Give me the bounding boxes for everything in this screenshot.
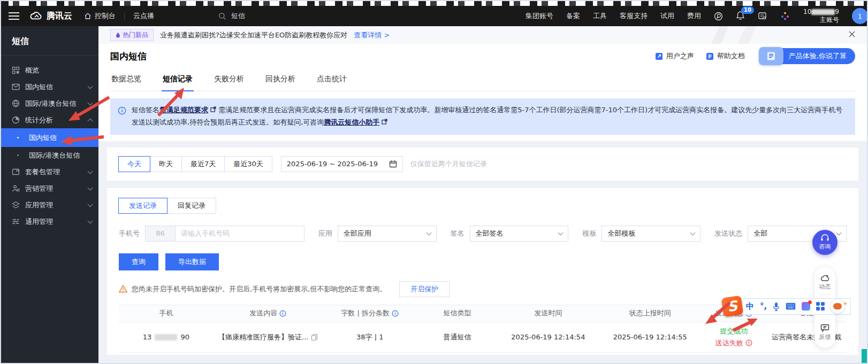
sidebar-item-stats-domestic[interactable]: 国内短信 xyxy=(1,128,98,147)
account-id-suffix: 9 xyxy=(835,8,839,16)
table-row[interactable]: 13290 【痛康精准医疗服务】您的... 37字 | 1 普通短信 2025-… xyxy=(119,352,847,355)
error-icon[interactable] xyxy=(745,339,752,346)
product-link-vod[interactable]: 云点播 xyxy=(133,11,154,21)
sidebar-item-general[interactable]: 通用管理 xyxy=(1,213,98,230)
app-select[interactable]: 全部应用 xyxy=(338,226,437,242)
ime-punctuation-toggle[interactable]: °, xyxy=(760,301,767,311)
info-icon[interactable] xyxy=(279,310,286,317)
tab-receipt-analysis[interactable]: 回执分析 xyxy=(264,68,296,91)
retention-hint: 仅保留近两个月短信记录 xyxy=(410,159,487,169)
orders-icon[interactable] xyxy=(758,12,767,20)
hamburger-menu-icon[interactable] xyxy=(9,12,19,20)
export-data-button[interactable]: 导出数据 xyxy=(165,253,219,270)
user-avatar[interactable]: 1 xyxy=(852,8,868,24)
tab-data-overview[interactable]: 数据总览 xyxy=(110,68,142,91)
menu-tools[interactable]: 工具 xyxy=(593,11,607,21)
menu-billing[interactable]: 费用 xyxy=(687,11,701,21)
menu-icp[interactable]: 备案 xyxy=(566,11,580,21)
tab-send-records[interactable]: 发送记录 xyxy=(118,198,167,214)
signature-spec-link[interactable]: 需满足规范要求 xyxy=(159,106,208,114)
bullet-dot xyxy=(17,137,19,138)
quick-date-7days[interactable]: 最近7天 xyxy=(181,156,225,172)
tab-sms-records[interactable]: 短信记录 xyxy=(162,68,194,91)
sidebar-item-domestic-sms[interactable]: 国内短信 xyxy=(1,79,98,95)
tab-click-stats[interactable]: 点击统计 xyxy=(316,68,348,91)
sparkle-assistant-icon[interactable] xyxy=(780,11,790,21)
mail-icon xyxy=(12,83,20,90)
quick-date-yesterday[interactable]: 昨天 xyxy=(150,156,182,172)
promo-details-link[interactable]: 查看详情 > xyxy=(354,30,390,40)
copy-icon[interactable] xyxy=(311,334,318,341)
sidebar-item-overview[interactable]: 概览 xyxy=(1,62,98,79)
chevron-down-icon xyxy=(558,230,564,235)
account-info[interactable]: 109 主账号 xyxy=(803,8,839,24)
menu-group-account[interactable]: 集团账号 xyxy=(526,11,553,21)
ime-toolbox-icon[interactable] xyxy=(816,302,825,311)
product-label: 云点播 xyxy=(133,11,154,21)
sms-assistant-link[interactable]: 腾讯云短信小助手 xyxy=(324,118,379,126)
date-filter-card: 今天 昨天 最近7天 最近30天 2025-06-19 ~ 2025-06-19… xyxy=(107,148,858,181)
menu-support[interactable]: 客服支持 xyxy=(620,11,648,21)
sidebar-item-intl-sms[interactable]: 国际/港澳台短信 xyxy=(1,95,98,112)
global-search[interactable]: 短信 xyxy=(218,11,395,21)
ime-skin-icon[interactable] xyxy=(802,302,810,311)
cloud-logo-icon xyxy=(30,11,43,21)
cell-report-time: 2025-06-19 12:14:55 xyxy=(599,333,701,341)
divider xyxy=(124,12,125,20)
product-experience-label: 产品体验,你说了算 xyxy=(777,48,855,64)
drop-icon xyxy=(116,32,120,38)
date-range-picker[interactable]: 2025-06-19 ~ 2025-06-19 xyxy=(281,156,403,172)
tencent-cloud-logo[interactable]: 腾讯云 xyxy=(30,11,72,22)
app-select-value: 全部应用 xyxy=(344,229,371,238)
quick-date-today[interactable]: 今天 xyxy=(118,156,150,172)
signature-select-value: 全部签名 xyxy=(476,229,504,238)
close-icon[interactable] xyxy=(849,31,855,39)
microphone-icon[interactable] xyxy=(773,302,780,311)
console-link[interactable]: 控制台 xyxy=(84,11,116,21)
notifications-button[interactable]: 10 xyxy=(736,11,745,22)
headset-icon xyxy=(820,234,829,242)
sidebar-item-package[interactable]: 套餐包管理 xyxy=(1,164,98,180)
rail-item-feedback[interactable]: 反馈 xyxy=(819,320,831,345)
rail-item-dynamic[interactable]: 动态 xyxy=(819,270,831,295)
account-role: 主账号 xyxy=(803,16,839,24)
page-tabs: 数据总览 短信记录 失败分析 回执分析 点击统计 xyxy=(110,68,855,91)
search-input[interactable]: 短信 xyxy=(231,11,245,21)
col-sent-time: 发送时间 xyxy=(497,308,599,318)
sidebar-item-marketing[interactable]: 营销管理 xyxy=(1,180,98,197)
query-button[interactable]: 查询 xyxy=(119,253,158,270)
help-docs-link[interactable]: 帮助文档 xyxy=(706,51,745,61)
share-icon xyxy=(655,52,663,60)
menu-trial[interactable]: 试用 xyxy=(660,11,674,21)
top-navigation-bar: 腾讯云 控制台 云点播 短信 集团账号 备案 工具 客服支持 试用 费用 10 xyxy=(1,6,867,26)
sidebar-item-statistics[interactable]: 统计分析 xyxy=(1,112,98,128)
col-type: 短信类型 xyxy=(417,308,498,318)
phone-suffix: 90 xyxy=(180,333,189,341)
user-voice-link[interactable]: 用户之声 xyxy=(655,51,694,61)
sidebar-item-stats-intl[interactable]: 国际/港澳台短信 xyxy=(1,147,98,164)
sogou-logo-icon[interactable]: S xyxy=(721,296,744,317)
tab-failure-analysis[interactable]: 失败分析 xyxy=(213,68,245,91)
person-node-icon xyxy=(12,184,20,192)
consult-floating-button[interactable]: 咨询 xyxy=(812,230,837,255)
phone-number-input[interactable] xyxy=(176,226,304,241)
tab-reply-records[interactable]: 回复记录 xyxy=(167,198,216,214)
quick-date-30days[interactable]: 最近30天 xyxy=(224,156,272,172)
info-icon[interactable] xyxy=(392,310,399,317)
enable-protection-button[interactable]: 开启保护 xyxy=(399,281,450,297)
sliders-icon xyxy=(12,218,20,225)
keyboard-icon[interactable] xyxy=(786,303,796,310)
sidebar-item-application[interactable]: 应用管理 xyxy=(1,197,98,213)
template-select[interactable]: 全部模板 xyxy=(601,226,701,242)
chevron-down-icon xyxy=(426,230,431,235)
table-row[interactable]: 1390 【痛康精准医疗服务】验证... 38字 | 1 普通短信 2025-0… xyxy=(119,322,847,352)
promo-icon[interactable] xyxy=(714,12,723,21)
sms-content: 【痛康精准医疗服务】验证... xyxy=(218,332,308,342)
signature-select[interactable]: 全部签名 xyxy=(470,226,569,242)
ime-mode-chinese[interactable]: 中 xyxy=(746,301,754,312)
cell-content: 【痛康精准医疗服务】验证... xyxy=(214,332,323,342)
ime-emoji-icon[interactable]: ✦ xyxy=(831,299,844,313)
phone-input-group: 86 xyxy=(145,226,304,242)
product-experience-button[interactable]: 产品体验,你说了算 xyxy=(759,48,855,64)
hot-product-badge: 热门新品 xyxy=(110,29,154,41)
